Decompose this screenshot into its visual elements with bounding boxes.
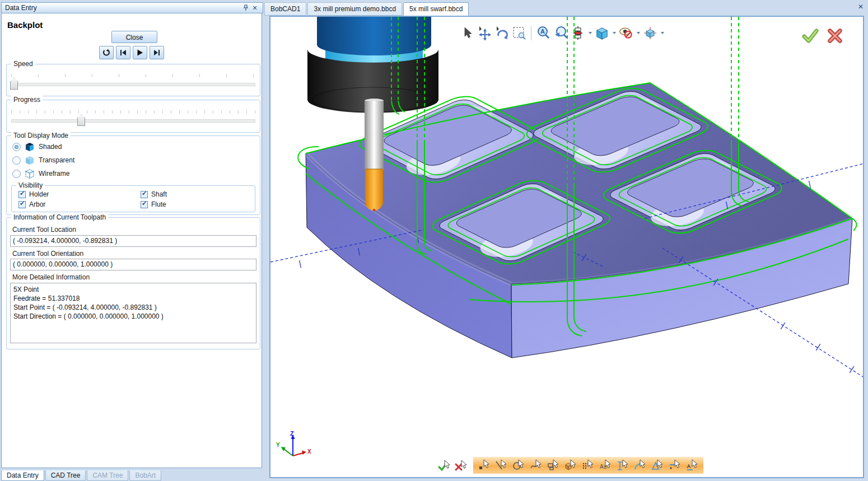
snap-dimension-icon[interactable] (614, 458, 632, 473)
tool-display-mode-group: Tool Display Mode Shaded Transparent (6, 136, 260, 215)
select-icon[interactable] (460, 25, 474, 41)
snap-spline-icon[interactable] (528, 458, 545, 473)
accept-icon[interactable] (801, 27, 819, 46)
detail-line: Start Point = ( -0.093214, 4.000000, -0.… (13, 303, 253, 312)
checkbox[interactable] (141, 201, 148, 208)
svg-text:A: A (540, 28, 545, 35)
snap-surface-icon[interactable] (545, 458, 562, 473)
tab-5x-mill-swarf[interactable]: 5x mill swarf.bbcd (403, 2, 469, 16)
speed-group: Speed (6, 64, 260, 96)
checkbox-arbor[interactable]: Arbor (18, 200, 45, 209)
view-toolbar: A (460, 25, 664, 41)
radio-label: Wireframe (39, 170, 69, 178)
tool-contact-point (373, 209, 375, 211)
dynamic-rotate-icon[interactable] (494, 25, 509, 41)
snap-solid-icon[interactable] (562, 458, 580, 473)
toolbar-divider (531, 26, 531, 40)
pin-icon[interactable] (241, 4, 250, 12)
speed-slider[interactable] (11, 83, 255, 86)
progress-slider-thumb[interactable] (77, 114, 85, 126)
document-close-icon[interactable]: ✕ (858, 3, 864, 11)
tool-location-label: Current Tool Location (12, 226, 76, 234)
step-forward-button[interactable] (150, 46, 164, 59)
bobcad-cam-window: Data Entry ✕ Backplot Close (0, 0, 868, 481)
selection-filter-bar: Aa (436, 457, 703, 474)
checkbox-flute[interactable]: Flute (141, 200, 166, 209)
radio-button[interactable] (12, 143, 21, 151)
dock-tabs: Data Entry CAD Tree CAM Tree BobArt (1, 470, 161, 481)
progress-label: Progress (11, 96, 43, 104)
dynamic-pan-icon[interactable] (477, 25, 492, 41)
snap-arc-icon[interactable] (632, 458, 649, 473)
select-accept-icon[interactable] (436, 457, 453, 474)
viewport-3d-scene[interactable]: Z Y X (270, 17, 863, 477)
checkbox-label: Flute (151, 200, 166, 208)
rotation-axes-dropdown[interactable] (661, 32, 664, 34)
view-cube-dropdown[interactable] (613, 32, 616, 34)
panel-close-icon[interactable]: ✕ (250, 4, 259, 12)
detailed-info-field[interactable]: 5X Point Feedrate = 51.337018 Start Poin… (10, 283, 256, 343)
checkbox-label: Holder (29, 190, 49, 198)
visibility-label: Visibility (16, 181, 45, 189)
snap-edge-icon[interactable] (666, 458, 684, 473)
rotation-axes-icon[interactable] (643, 25, 657, 41)
graphics-viewport[interactable]: Z Y X A (269, 16, 864, 478)
panel-title: Data Entry (5, 4, 241, 12)
zoom-extents-icon[interactable]: A (536, 25, 550, 41)
radio-wireframe[interactable]: Wireframe (12, 167, 69, 180)
checkbox[interactable] (141, 191, 148, 198)
snap-circle-icon[interactable] (510, 458, 528, 473)
shaded-cube-icon (24, 141, 35, 152)
tool-orientation-field[interactable]: ( 0.000000, 0.000000, 1.000000 ) (10, 259, 256, 270)
snap-all-icon[interactable] (684, 458, 701, 473)
radio-button[interactable] (12, 156, 21, 165)
section-view-icon[interactable] (571, 25, 585, 41)
radio-shaded[interactable]: Shaded (12, 141, 62, 153)
panel-header: Data Entry ✕ (1, 2, 263, 13)
snap-filter-group: Aa (473, 457, 703, 474)
speed-slider-thumb[interactable] (10, 78, 18, 90)
select-reject-icon[interactable] (453, 457, 470, 474)
zoom-window-icon[interactable] (512, 25, 526, 41)
radio-transparent[interactable]: Transparent (12, 154, 74, 166)
zoom-previous-icon[interactable] (553, 25, 568, 41)
snap-point-icon[interactable] (475, 458, 493, 473)
close-button[interactable]: Close (111, 31, 157, 43)
detail-line: Feedrate = 51.337018 (13, 294, 253, 303)
data-entry-panel: Data Entry ✕ Backplot Close (1, 2, 263, 468)
tab-3x-mill-premium-demo[interactable]: 3x mill premium demo.bbcd (307, 2, 402, 16)
confirm-controls (801, 27, 844, 46)
step-back-button[interactable] (116, 46, 130, 59)
page-title: Backplot (7, 20, 43, 30)
tab-data-entry[interactable]: Data Entry (1, 470, 44, 481)
document-tab-strip: BobCAD1 3x mill premium demo.bbcd 5x mil… (264, 2, 868, 16)
checkbox-shaft[interactable]: Shaft (141, 190, 167, 199)
snap-point-cloud-icon[interactable] (580, 458, 597, 473)
restart-button[interactable] (99, 46, 114, 59)
tab-bobart[interactable]: BobArt (129, 470, 161, 481)
tab-bobcad1[interactable]: BobCAD1 (264, 2, 306, 16)
radio-button[interactable] (12, 170, 21, 178)
snap-text-icon[interactable]: Aa (597, 458, 614, 473)
axis-x-label: X (307, 449, 311, 455)
tab-cad-tree[interactable]: CAD Tree (45, 470, 86, 481)
checkbox[interactable] (18, 191, 26, 198)
axis-triad: Z Y X (276, 430, 311, 456)
tool-location-field[interactable]: ( -0.093214, 4.000000, -0.892831 ) (10, 235, 256, 247)
section-view-dropdown[interactable] (589, 32, 592, 34)
checkbox-label: Shaft (151, 190, 167, 198)
tab-cam-tree[interactable]: CAM Tree (87, 470, 128, 481)
radio-label: Shaded (39, 143, 62, 151)
view-cube-icon[interactable] (595, 25, 609, 41)
progress-slider[interactable] (11, 119, 255, 123)
snap-face-icon[interactable] (649, 458, 666, 473)
checkbox[interactable] (18, 201, 26, 208)
cancel-icon[interactable] (826, 27, 844, 46)
progress-ticks (11, 110, 255, 114)
axis-y-label: Y (276, 442, 280, 448)
hide-entities-icon[interactable] (619, 25, 633, 41)
checkbox-holder[interactable]: Holder (18, 190, 49, 199)
hide-entities-dropdown[interactable] (637, 32, 640, 34)
play-button[interactable] (133, 46, 147, 59)
snap-line-icon[interactable] (493, 458, 510, 473)
